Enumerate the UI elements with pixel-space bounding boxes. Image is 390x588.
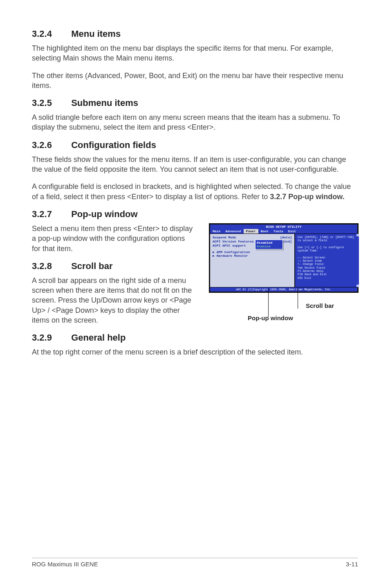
bios-submenu-item: ▶ Hardware Monitor — [213, 254, 292, 258]
bios-help-text: Use [+] or [-] to configure system Time. — [298, 246, 355, 253]
paragraph: The other items (Advanced, Power, Boot, … — [32, 71, 358, 91]
callout-line — [268, 288, 269, 317]
callout-scrollbar-label: Scroll bar — [306, 302, 334, 309]
bios-key-row: F1 General Help — [298, 269, 355, 273]
paragraph: A scroll bar appears on the right side o… — [32, 276, 195, 325]
bios-right-pane: Use [ENTER], [TAB] or [SHIFT-TAB] to sel… — [294, 234, 357, 287]
footer-left: ROG Maximus III GENE — [32, 561, 98, 568]
heading-num: 3.2.7 — [32, 209, 69, 220]
bios-key-row: ←→ Select Screen — [298, 256, 355, 259]
heading-327: 3.2.7 Pop-up window — [32, 209, 358, 220]
bios-title: BIOS SETUP UTILITY — [210, 224, 357, 229]
heading-title: Scroll bar — [71, 261, 112, 271]
heading-title: Configuration fields — [71, 140, 156, 150]
bios-figure: BIOS SETUP UTILITY Main Advanced Power B… — [203, 224, 358, 330]
bios-footer: v02.61 (C)Copyright 1985-2008, American … — [210, 287, 357, 292]
paragraph: Select a menu item then press <Enter> to… — [32, 224, 195, 254]
paragraph: At the top right corner of the menu scre… — [32, 347, 358, 357]
bios-submenu-label: APM Configuration — [217, 250, 250, 254]
page-footer: ROG Maximus III GENE 3-11 — [32, 558, 358, 568]
reference-bold: 3.2.7 Pop-up window. — [270, 193, 344, 201]
heading-329: 3.2.9 General help — [32, 332, 358, 343]
footer-right: 3-11 — [346, 561, 358, 568]
scrollbar-down-icon — [356, 285, 359, 287]
heading-328: 3.2.8 Scroll bar — [32, 261, 195, 272]
bios-popup-option: Disabled — [257, 241, 281, 245]
bios-key-row: ESC Exit — [298, 276, 355, 280]
bios-menu-item: Exit — [286, 229, 298, 233]
heading-num: 3.2.6 — [32, 140, 69, 150]
bios-menu-item: Boot — [258, 229, 271, 233]
heading-326: 3.2.6 Configuration fields — [32, 140, 358, 150]
bios-body: Suspend Mode [Auto] ACPI Version Feature… — [210, 233, 357, 287]
callout-line — [298, 288, 298, 309]
bios-row-label: ACPI APIC support — [213, 244, 246, 247]
bios-key-row: Tab Select Field — [298, 266, 355, 269]
paragraph: These fields show the values for the men… — [32, 155, 358, 175]
scrollbar-up-icon — [356, 234, 359, 236]
heading-num: 3.2.5 — [32, 98, 69, 108]
bios-row: Suspend Mode [Auto] — [213, 236, 292, 239]
heading-title: Submenu items — [71, 98, 138, 108]
bios-menubar: Main Advanced Power Boot Tools Exit — [210, 229, 357, 233]
heading-title: Pop-up window — [71, 209, 138, 219]
bios-popup-option: Enabled — [257, 245, 281, 248]
bios-key-row: +- Change Field — [298, 263, 355, 266]
bios-screenshot: BIOS SETUP UTILITY Main Advanced Power B… — [209, 224, 358, 292]
bios-key-row: F10 Save and Exit — [298, 273, 355, 276]
paragraph: A solid triangle before each item on any… — [32, 112, 358, 132]
heading-num: 3.2.4 — [32, 29, 69, 39]
paragraph: A configurable field is enclosed in brac… — [32, 182, 358, 202]
document-page: 3.2.4 Menu items The highlighted item on… — [0, 0, 390, 588]
callout-popup-label: Pop-up window — [248, 314, 293, 321]
bios-row-label: Suspend Mode — [213, 236, 236, 239]
heading-title: General help — [71, 332, 126, 343]
bios-help-text: Use [ENTER], [TAB] or [SHIFT-TAB] to sel… — [298, 236, 355, 242]
bios-submenu-item: ▶ APM Configuration — [213, 250, 292, 254]
heading-num: 3.2.8 — [32, 261, 69, 272]
bios-row-value: [Auto] — [280, 236, 292, 239]
bios-row-label: ACPI Version Features — [213, 240, 254, 243]
bios-left-pane: Suspend Mode [Auto] ACPI Version Feature… — [210, 234, 294, 287]
heading-num: 3.2.9 — [32, 332, 69, 343]
bios-menu-item: Main — [210, 229, 223, 233]
bios-menu-item-selected: Power — [244, 229, 258, 233]
bios-key-legend: ←→ Select Screen ↑↓ Select Item +- Chang… — [298, 256, 355, 280]
bios-popup-window: Disabled Enabled — [255, 240, 283, 249]
bios-menu-item: Tools — [271, 229, 286, 233]
bios-menu-item: Advanced — [223, 229, 243, 233]
bios-key-row: ↑↓ Select Item — [298, 259, 355, 263]
heading-title: Menu items — [71, 29, 121, 39]
bios-submenu-label: Hardware Monitor — [217, 254, 248, 258]
heading-324: 3.2.4 Menu items — [32, 29, 358, 39]
bios-scrollbar — [356, 234, 359, 287]
paragraph: The highlighted item on the menu bar dis… — [32, 43, 358, 63]
heading-325: 3.2.5 Submenu items — [32, 98, 358, 108]
